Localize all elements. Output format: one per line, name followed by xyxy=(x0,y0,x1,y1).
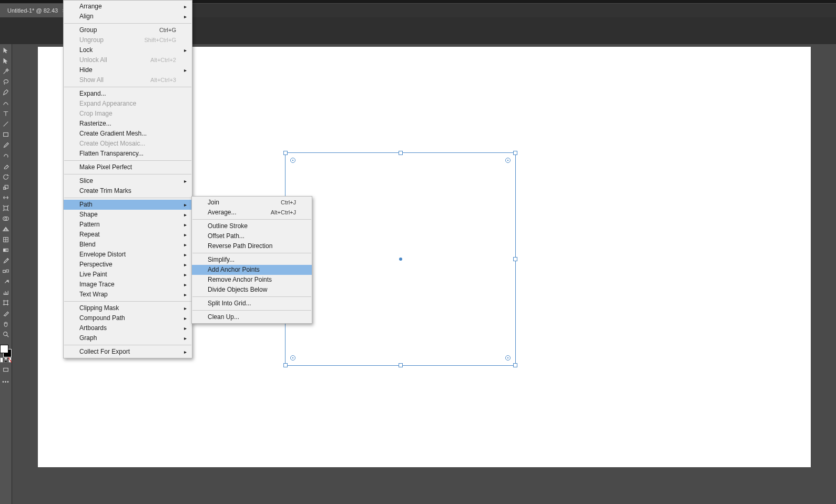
object-menu-item-hide[interactable]: Hide xyxy=(64,65,192,75)
menu-item-label: Envelope Distort xyxy=(79,250,176,260)
object-menu-item-perspective[interactable]: Perspective xyxy=(64,260,192,270)
svg-rect-12 xyxy=(4,368,8,372)
object-menu-item-compound-path[interactable]: Compound Path xyxy=(64,313,192,323)
menu-item-label: Hide xyxy=(79,65,176,75)
document-tab[interactable]: Untitled-1* @ 82.43 × xyxy=(0,4,74,17)
path-submenu-item-offset-path[interactable]: Offset Path... xyxy=(192,231,312,241)
lasso-tool-icon[interactable] xyxy=(0,77,12,87)
object-menu-item-envelope-distort[interactable]: Envelope Distort xyxy=(64,250,192,260)
path-submenu-item-remove-anchor-points[interactable]: Remove Anchor Points xyxy=(192,275,312,285)
object-menu-item-create-object-mosaic: Create Object Mosaic... xyxy=(64,139,192,149)
object-menu-item-lock[interactable]: Lock xyxy=(64,45,192,55)
handle-se[interactable] xyxy=(513,363,517,367)
magic-wand-tool-icon[interactable] xyxy=(0,66,12,77)
corner-widget-nw[interactable] xyxy=(290,158,295,163)
scale-tool-icon[interactable] xyxy=(0,182,12,192)
object-menu-item-ungroup: UngroupShift+Ctrl+G xyxy=(64,35,192,45)
corner-widget-sw[interactable] xyxy=(290,355,295,361)
object-menu-item-slice[interactable]: Slice xyxy=(64,176,192,186)
object-menu-item-rasterize[interactable]: Rasterize... xyxy=(64,119,192,129)
menu-item-shortcut: Alt+Ctrl+2 xyxy=(135,55,176,65)
eyedropper-tool-icon[interactable] xyxy=(0,255,12,266)
fill-stroke-swatch[interactable] xyxy=(0,345,12,357)
center-point[interactable] xyxy=(399,258,402,261)
free-transform-tool-icon[interactable] xyxy=(0,203,12,213)
object-menu-item-live-paint[interactable]: Live Paint xyxy=(64,270,192,280)
pen-tool-icon[interactable] xyxy=(0,87,12,98)
path-submenu-item-outline-stroke[interactable]: Outline Stroke xyxy=(192,221,312,231)
object-menu-item-clipping-mask[interactable]: Clipping Mask xyxy=(64,303,192,313)
type-tool-icon[interactable] xyxy=(0,108,12,119)
eraser-tool-icon[interactable] xyxy=(0,161,12,171)
object-menu-item-graph[interactable]: Graph xyxy=(64,333,192,343)
column-graph-tool-icon[interactable] xyxy=(0,287,12,297)
object-menu-item-create-trim-marks[interactable]: Create Trim Marks xyxy=(64,186,192,196)
handle-n[interactable] xyxy=(399,151,403,155)
corner-widget-se[interactable] xyxy=(505,355,511,361)
path-submenu-item-average[interactable]: Average...Alt+Ctrl+J xyxy=(192,208,312,218)
handle-ne[interactable] xyxy=(513,151,517,155)
edit-toolbar-icon[interactable]: ••• xyxy=(0,375,12,386)
menu-item-label: Outline Stroke xyxy=(208,221,296,231)
object-menu-item-make-pixel-perfect[interactable]: Make Pixel Perfect xyxy=(64,162,192,172)
object-menu-item-image-trace[interactable]: Image Trace xyxy=(64,280,192,290)
handle-s[interactable] xyxy=(399,363,403,367)
path-submenu-item-clean-up[interactable]: Clean Up... xyxy=(192,312,312,322)
corner-widget-ne[interactable] xyxy=(505,158,511,163)
paintbrush-tool-icon[interactable] xyxy=(0,140,12,150)
object-menu-item-create-gradient-mesh[interactable]: Create Gradient Mesh... xyxy=(64,129,192,139)
object-menu-separator xyxy=(64,87,191,87)
line-segment-tool-icon[interactable] xyxy=(0,119,12,129)
object-menu-item-repeat[interactable]: Repeat xyxy=(64,230,192,240)
curvature-tool-icon[interactable] xyxy=(0,98,12,108)
symbol-sprayer-tool-icon[interactable] xyxy=(0,276,12,287)
artboard-tool-icon[interactable] xyxy=(0,297,12,308)
object-menu-item-arrange[interactable]: Arrange xyxy=(64,2,192,12)
menu-item-label: Artboards xyxy=(79,323,176,333)
direct-selection-tool-icon[interactable] xyxy=(0,56,12,66)
object-menu-item-flatten-transparency[interactable]: Flatten Transparency... xyxy=(64,149,192,159)
width-tool-icon[interactable] xyxy=(0,192,12,203)
object-menu-item-collect-for-export[interactable]: Collect For Export xyxy=(64,347,192,357)
path-submenu-item-divide-objects-below[interactable]: Divide Objects Below xyxy=(192,285,312,295)
object-menu-item-path[interactable]: Path xyxy=(64,200,192,210)
menu-item-label: Create Object Mosaic... xyxy=(79,139,176,149)
blend-tool-icon[interactable] xyxy=(0,266,12,276)
object-menu-item-shape[interactable]: Shape xyxy=(64,210,192,220)
hand-tool-icon[interactable] xyxy=(0,318,12,329)
handle-sw[interactable] xyxy=(283,363,288,367)
path-submenu-item-add-anchor-points[interactable]: Add Anchor Points xyxy=(192,265,312,275)
path-submenu-item-split-into-grid[interactable]: Split Into Grid... xyxy=(192,299,312,308)
slice-tool-icon[interactable] xyxy=(0,308,12,318)
handle-nw[interactable] xyxy=(283,151,288,155)
object-menu-item-text-wrap[interactable]: Text Wrap xyxy=(64,290,192,300)
object-menu-item-expand[interactable]: Expand... xyxy=(64,89,192,99)
object-menu-item-group[interactable]: GroupCtrl+G xyxy=(64,25,192,35)
path-submenu-item-simplify[interactable]: Simplify... xyxy=(192,255,312,265)
object-menu-item-artboards[interactable]: Artboards xyxy=(64,323,192,333)
menu-item-shortcut: Alt+Ctrl+3 xyxy=(135,75,176,85)
object-menu-item-pattern[interactable]: Pattern xyxy=(64,220,192,230)
path-submenu-item-join[interactable]: JoinCtrl+J xyxy=(192,198,312,208)
handle-e[interactable] xyxy=(513,257,517,261)
object-menu-item-blend[interactable]: Blend xyxy=(64,240,192,250)
gradient-tool-icon[interactable] xyxy=(0,245,12,255)
shape-builder-tool-icon[interactable] xyxy=(0,213,12,224)
menu-item-shortcut: Ctrl+G xyxy=(144,25,176,35)
path-submenu-item-reverse-path-direction[interactable]: Reverse Path Direction xyxy=(192,241,312,251)
shaper-tool-icon[interactable] xyxy=(0,150,12,161)
rotate-tool-icon[interactable] xyxy=(0,171,12,182)
zoom-tool-icon[interactable] xyxy=(0,329,12,340)
screen-mode-icon[interactable] xyxy=(0,365,12,375)
menu-item-label: Clipping Mask xyxy=(79,303,176,313)
selection-tool-icon[interactable] xyxy=(0,45,12,56)
mesh-tool-icon[interactable] xyxy=(0,234,12,245)
draw-mode-icons[interactable] xyxy=(0,357,12,365)
perspective-grid-tool-icon[interactable] xyxy=(0,224,12,234)
menu-item-label: Pattern xyxy=(79,220,176,230)
object-menu-separator xyxy=(64,174,191,174)
selected-shape[interactable] xyxy=(285,152,516,366)
menu-item-label: Remove Anchor Points xyxy=(208,275,296,285)
rectangle-tool-icon[interactable] xyxy=(0,129,12,140)
object-menu-item-align[interactable]: Align xyxy=(64,12,192,22)
